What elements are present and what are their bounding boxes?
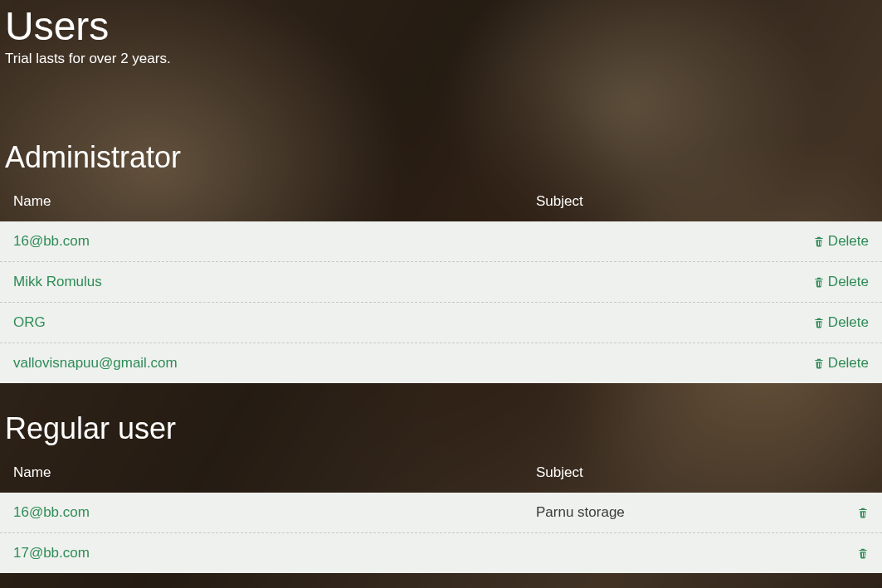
user-subject: Parnu storage xyxy=(536,504,794,521)
section-title-admin: Administrator xyxy=(5,140,882,175)
trash-icon xyxy=(813,316,825,329)
section-title-regular: Regular user xyxy=(5,411,882,446)
table-row: 16@bb.com Delete xyxy=(0,221,882,262)
table-row: Mikk Romulus Delete xyxy=(0,262,882,303)
page-title: Users xyxy=(5,5,877,49)
trash-icon xyxy=(813,275,825,289)
trash-icon xyxy=(813,235,825,248)
user-name-link[interactable]: 16@bb.com xyxy=(13,504,536,521)
table-row: 17@bb.com xyxy=(0,533,882,573)
delete-button[interactable]: Delete xyxy=(794,355,869,372)
user-name-link[interactable]: Mikk Romulus xyxy=(13,274,536,290)
delete-label: Delete xyxy=(828,355,869,372)
trash-icon xyxy=(857,547,869,560)
delete-button[interactable]: Delete xyxy=(794,314,869,331)
col-header-name: Name xyxy=(13,464,536,481)
user-name-link[interactable]: ORG xyxy=(13,314,536,331)
user-name-link[interactable]: 16@bb.com xyxy=(13,233,536,250)
trash-icon xyxy=(813,357,825,370)
delete-button[interactable]: Delete xyxy=(794,274,869,290)
regular-table-body: 16@bb.com Parnu storage 17@bb.com xyxy=(0,493,882,573)
col-header-subject: Subject xyxy=(536,193,794,210)
col-header-name: Name xyxy=(13,193,536,210)
page-subtitle: Trial lasts for over 2 years. xyxy=(5,51,877,67)
delete-button[interactable] xyxy=(794,547,869,560)
admin-table-body: 16@bb.com Delete Mikk Romulus Delete xyxy=(0,221,882,383)
delete-button[interactable]: Delete xyxy=(794,233,869,250)
trash-icon xyxy=(857,506,869,519)
regular-table-header: Name Subject xyxy=(0,456,882,493)
delete-label: Delete xyxy=(828,274,869,290)
table-row: ORG Delete xyxy=(0,303,882,343)
regular-table: Name Subject 16@bb.com Parnu storage 17@… xyxy=(0,456,882,573)
table-row: 16@bb.com Parnu storage xyxy=(0,493,882,533)
table-row: vallovisnapuu@gmail.com Delete xyxy=(0,343,882,383)
delete-button[interactable] xyxy=(794,506,869,519)
admin-table: Name Subject 16@bb.com Delete Mikk Romul… xyxy=(0,185,882,383)
delete-label: Delete xyxy=(828,233,869,250)
admin-table-header: Name Subject xyxy=(0,185,882,221)
user-name-link[interactable]: vallovisnapuu@gmail.com xyxy=(13,355,536,372)
delete-label: Delete xyxy=(828,314,869,331)
col-header-subject: Subject xyxy=(536,464,794,481)
user-name-link[interactable]: 17@bb.com xyxy=(13,545,536,561)
